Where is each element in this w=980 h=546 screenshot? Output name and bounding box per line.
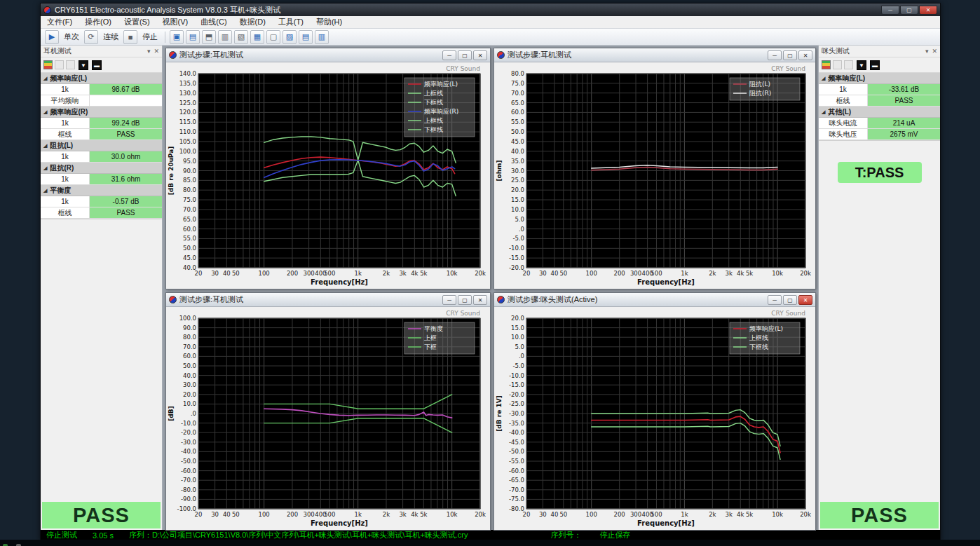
maximize-button[interactable]: ▢ — [458, 50, 472, 60]
menu-item-6[interactable]: 工具(T) — [272, 16, 310, 28]
chart-colors-icon[interactable] — [43, 60, 53, 69]
single-test-label[interactable]: 单次 — [61, 32, 82, 42]
app-title-bar[interactable]: CRY6151 Electro-acoustic Analysis System… — [41, 4, 940, 16]
svg-text:125.0: 125.0 — [179, 100, 196, 107]
svg-text:-35.0: -35.0 — [509, 420, 524, 427]
panel-close-icon[interactable]: ✕ — [154, 48, 159, 55]
run-single-button[interactable]: ▶ — [45, 30, 59, 44]
stop-button[interactable]: ■ — [123, 30, 137, 44]
export-data-button[interactable]: ⬒ — [202, 30, 216, 44]
svg-text:平衡度: 平衡度 — [424, 325, 443, 332]
menu-item-4[interactable]: 曲线(C) — [194, 16, 233, 28]
close-button[interactable]: ✕ — [798, 50, 812, 60]
maximize-button[interactable]: ▢ — [458, 295, 472, 305]
chart-window-title-bar[interactable]: 测试步骤:耳机测试 ─ ▢ ✕ — [166, 48, 490, 62]
maximize-button[interactable]: ▢ — [783, 295, 797, 305]
svg-text:4k: 4k — [411, 270, 418, 277]
svg-text:40.0: 40.0 — [511, 148, 524, 155]
chart-window-title-bar[interactable]: 测试步骤:耳机测试 ─ ▢ ✕ — [166, 293, 490, 307]
minimize-button[interactable]: ─ — [768, 295, 782, 305]
svg-text:200: 200 — [614, 270, 625, 277]
continuous-test-label[interactable]: 连续 — [100, 32, 121, 42]
menu-item-3[interactable]: 视图(V) — [156, 16, 195, 28]
save-file-button[interactable]: ▦ — [250, 30, 264, 44]
chart-window-title-bar[interactable]: 测试步骤:耳机测试 ─ ▢ ✕ — [494, 48, 815, 62]
chart-window-title-bar[interactable]: 测试步骤:咪头测试(Active) ─ ▢ ✕ — [494, 293, 815, 307]
result-group-header[interactable]: ◢其他(L) — [819, 107, 940, 118]
menu-item-2[interactable]: 设置(S) — [118, 16, 156, 28]
svg-text:50.0: 50.0 — [183, 245, 196, 252]
svg-text:10k: 10k — [772, 270, 783, 277]
collapse-all-icon[interactable] — [844, 60, 853, 69]
svg-text:70.0: 70.0 — [511, 90, 524, 97]
sequence-settings-button[interactable]: ▣ — [170, 30, 184, 44]
result-group-header[interactable]: ◢频率响应(R) — [41, 107, 162, 118]
tile-horizontal-button[interactable]: ▤ — [299, 30, 313, 44]
result-value: -33.61 dB — [868, 84, 940, 95]
svg-text:5k: 5k — [420, 511, 427, 518]
result-group-header[interactable]: ◢阻抗(R) — [41, 163, 162, 174]
close-button[interactable]: ✕ — [473, 50, 487, 60]
result-value: PASS — [90, 129, 162, 139]
svg-text:40: 40 — [551, 511, 559, 518]
result-group-header[interactable]: ◢频率响应(L) — [819, 73, 940, 84]
expand-all-icon[interactable] — [55, 60, 64, 69]
minimize-button[interactable]: ─ — [768, 50, 782, 60]
report-view-button[interactable]: ▤ — [186, 30, 200, 44]
collapse-button[interactable]: ▬ — [92, 60, 102, 70]
stop-test-label[interactable]: 停止 — [139, 32, 161, 42]
menu-item-5[interactable]: 数据(D) — [233, 16, 272, 28]
expanded-triangle-icon: ◢ — [43, 188, 47, 193]
open-file-button[interactable]: ▧ — [234, 30, 248, 44]
dropdown-button[interactable]: ▼ — [79, 60, 88, 70]
right-panel-title: 咪头测试 — [822, 46, 850, 56]
svg-text:-20.0: -20.0 — [509, 391, 524, 398]
tile-vertical-button[interactable]: ▥ — [315, 30, 329, 44]
result-value: 99.24 dB — [90, 118, 162, 128]
chart-window-title: 测试步骤:耳机测试 — [508, 50, 571, 60]
collapse-all-icon[interactable] — [66, 60, 75, 69]
toolbar-separator — [165, 32, 165, 43]
chevron-down-icon[interactable]: ▾ — [925, 48, 929, 55]
svg-text:140.0: 140.0 — [179, 70, 196, 77]
maximize-button[interactable]: ▢ — [783, 50, 797, 60]
svg-text:10.0: 10.0 — [183, 400, 196, 407]
menu-item-7[interactable]: 帮助(H) — [310, 16, 348, 28]
minimize-button[interactable]: ─ — [442, 50, 456, 60]
result-group-header[interactable]: ◢阻抗(L) — [41, 140, 162, 151]
svg-text:500: 500 — [651, 511, 662, 518]
close-button[interactable]: ✕ — [919, 6, 937, 15]
close-button[interactable]: ✕ — [798, 295, 812, 305]
result-group-header[interactable]: ◢频率响应(L) — [41, 73, 162, 84]
svg-text:30: 30 — [539, 270, 547, 277]
result-group-header[interactable]: ◢平衡度 — [41, 185, 162, 196]
maximize-button[interactable]: ▢ — [900, 6, 918, 15]
panel-close-icon[interactable]: ✕ — [932, 48, 937, 55]
expand-all-icon[interactable] — [833, 60, 842, 69]
new-window-button[interactable]: ▢ — [266, 30, 280, 44]
svg-text:下框线: 下框线 — [424, 126, 443, 133]
result-label: 1k — [819, 84, 868, 95]
menu-item-1[interactable]: 操作(O) — [79, 16, 118, 28]
dropdown-button[interactable]: ▼ — [857, 60, 866, 70]
svg-text:20.0: 20.0 — [511, 186, 524, 193]
window-icon — [169, 51, 177, 59]
svg-text:75.0: 75.0 — [183, 196, 196, 203]
result-row: 1k99.24 dB — [41, 118, 162, 129]
database-button[interactable]: ▥ — [218, 30, 232, 44]
svg-text:100: 100 — [586, 511, 597, 518]
minimize-button[interactable]: ─ — [442, 295, 456, 305]
minimize-button[interactable]: ─ — [881, 6, 899, 15]
run-continuous-button[interactable]: ⟳ — [84, 30, 98, 44]
chevron-down-icon[interactable]: ▾ — [147, 48, 151, 55]
expanded-triangle-icon: ◢ — [43, 109, 47, 115]
taskbar[interactable] — [0, 540, 980, 546]
chart-colors-icon[interactable] — [822, 60, 831, 69]
status-save-state: 停止保存 — [600, 530, 631, 540]
collapse-button[interactable]: ▬ — [870, 60, 880, 70]
svg-text:-30.0: -30.0 — [181, 439, 196, 446]
chart-window-button[interactable]: ▨ — [283, 30, 297, 44]
menu-item-0[interactable]: 文件(F) — [41, 16, 79, 28]
close-button[interactable]: ✕ — [473, 295, 487, 305]
svg-text:50: 50 — [232, 511, 240, 518]
